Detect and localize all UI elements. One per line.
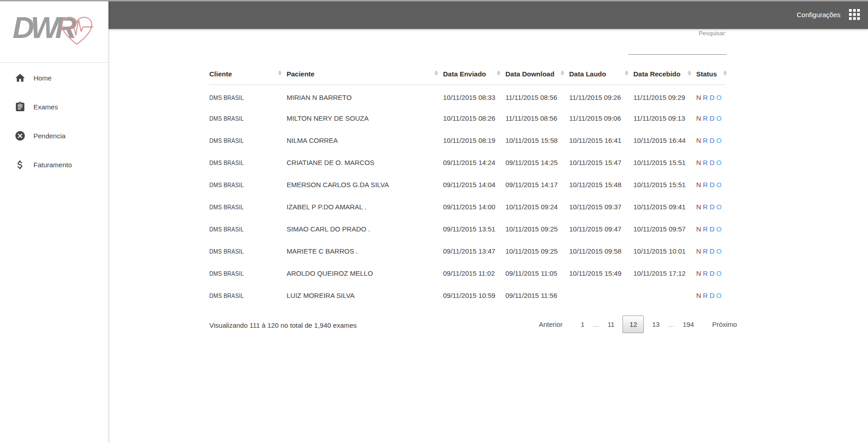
status-letter-n[interactable]: N <box>696 247 701 255</box>
table-row[interactable]: DMS BRASILAROLDO QUEIROZ MELLO09/11/2015… <box>209 262 726 284</box>
status-letter-n[interactable]: N <box>696 225 701 233</box>
pagination-page[interactable]: 11 <box>604 320 619 328</box>
data-recebido-cell: 10/11/2015 15:51 <box>633 151 696 174</box>
status-letter-d[interactable]: D <box>710 94 715 101</box>
data-download-cell: 10/11/2015 09:25 <box>505 240 569 262</box>
data-download-cell: 10/11/2015 15:58 <box>505 129 569 151</box>
status-cell: NRDO <box>696 107 726 129</box>
sidebar-item-home[interactable]: Home <box>0 63 108 92</box>
status-letter-n[interactable]: N <box>696 137 701 144</box>
sidebar-item-faturamento[interactable]: Faturamento <box>0 150 108 179</box>
status-letter-r[interactable]: R <box>703 225 708 233</box>
status-letter-r[interactable]: R <box>703 137 708 144</box>
pagination-page-current[interactable]: 12 <box>623 316 644 333</box>
column-header-cliente[interactable]: Cliente <box>209 65 287 85</box>
status-letter-o[interactable]: O <box>717 94 722 101</box>
status-letter-n[interactable]: N <box>696 114 701 122</box>
status-letter-r[interactable]: R <box>703 181 708 189</box>
status-cell: NRDO <box>696 174 726 196</box>
status-cell: NRDO <box>696 129 726 151</box>
table-row[interactable]: DMS BRASILMIRIAN N BARRETO10/11/2015 08:… <box>209 85 726 107</box>
status-letter-o[interactable]: O <box>717 181 722 189</box>
data-recebido-cell: 10/11/2015 16:44 <box>633 129 696 151</box>
status-letter-d[interactable]: D <box>710 114 715 122</box>
data-enviado-cell: 09/11/2015 14:04 <box>443 174 505 196</box>
status-letter-d[interactable]: D <box>710 292 715 299</box>
pagination-page[interactable]: 13 <box>648 320 664 328</box>
status-letter-r[interactable]: R <box>703 292 708 299</box>
column-header-data-laudo[interactable]: Data Laudo <box>569 65 633 85</box>
status-letter-d[interactable]: D <box>710 181 715 189</box>
table-row[interactable]: DMS BRASILMARIETE C BARROS .09/11/2015 1… <box>209 240 726 262</box>
table-row[interactable]: DMS BRASILCRIATIANE DE O. MARCOS09/11/20… <box>209 151 726 174</box>
pagination-page[interactable]: 194 <box>679 320 698 328</box>
column-header-data-recebido[interactable]: Data Recebido <box>633 65 696 85</box>
status-letter-o[interactable]: O <box>717 247 722 255</box>
status-letter-d[interactable]: D <box>710 269 715 277</box>
status-letter-d[interactable]: D <box>710 159 715 166</box>
column-header-paciente[interactable]: Paciente <box>287 65 443 85</box>
cliente-cell: DMS BRASIL <box>209 240 287 262</box>
table-row[interactable]: DMS BRASILNILMA CORREA10/11/2015 08:1910… <box>209 129 726 151</box>
table-row[interactable]: DMS BRASILSIMAO CARL DO PRADO .09/11/201… <box>209 218 726 240</box>
configuracoes-link[interactable]: Configurações <box>797 11 840 19</box>
status-letter-d[interactable]: D <box>710 225 715 233</box>
status-letter-r[interactable]: R <box>703 114 708 122</box>
status-cell: NRDO <box>696 240 726 262</box>
status-letter-o[interactable]: O <box>717 159 722 166</box>
heart-ekg-icon <box>61 16 93 46</box>
status-letter-n[interactable]: N <box>696 159 701 166</box>
status-letter-n[interactable]: N <box>696 181 701 189</box>
search-label: Pesquisar: <box>628 30 726 37</box>
table-row[interactable]: DMS BRASILEMERSON CARLOS G.DA SILVA09/11… <box>209 174 726 196</box>
sidebar-item-pendencia[interactable]: Pendencia <box>0 121 108 150</box>
column-header-data-download[interactable]: Data Download <box>505 65 569 85</box>
table-row[interactable]: DMS BRASILMILTON NERY DE SOUZA10/11/2015… <box>209 107 726 129</box>
pagination-previous[interactable]: Anterior <box>535 320 567 328</box>
pagination-page[interactable]: 1 <box>577 320 589 328</box>
status-letter-n[interactable]: N <box>696 94 701 101</box>
status-letter-d[interactable]: D <box>710 203 715 211</box>
status-letter-o[interactable]: O <box>717 292 722 299</box>
status-letter-o[interactable]: O <box>717 114 722 122</box>
data-recebido-cell: 10/11/2015 15:51 <box>633 174 696 196</box>
data-enviado-cell: 09/11/2015 14:24 <box>443 151 505 174</box>
status-letter-r[interactable]: R <box>703 203 708 211</box>
status-letter-o[interactable]: O <box>717 137 722 144</box>
status-letter-o[interactable]: O <box>717 203 722 211</box>
status-cell: NRDO <box>696 151 726 174</box>
status-letter-o[interactable]: O <box>717 269 722 277</box>
status-letter-o[interactable]: O <box>717 225 722 233</box>
status-cell: NRDO <box>696 196 726 218</box>
sidebar-item-exames[interactable]: Exames <box>0 92 108 121</box>
home-icon <box>14 72 26 84</box>
status-cell: NRDO <box>696 284 726 306</box>
data-recebido-cell <box>633 284 696 306</box>
table-row[interactable]: DMS BRASILIZABEL P P.DO AMARAL .09/11/20… <box>209 196 726 218</box>
status-letter-n[interactable]: N <box>696 203 701 211</box>
search-input[interactable] <box>628 43 726 55</box>
column-header-data-enviado[interactable]: Data Enviado <box>443 65 505 85</box>
sort-icon <box>278 71 282 77</box>
paciente-cell: MIRIAN N BARRETO <box>287 85 443 107</box>
column-header-status[interactable]: Status <box>696 65 726 85</box>
status-letter-r[interactable]: R <box>703 159 708 166</box>
status-letter-d[interactable]: D <box>710 247 715 255</box>
data-download-cell: 10/11/2015 09:24 <box>505 196 569 218</box>
data-enviado-cell: 09/11/2015 13:47 <box>443 240 505 262</box>
table-row[interactable]: DMS BRASILLUIZ MOREIRA SILVA09/11/2015 1… <box>209 284 726 306</box>
data-enviado-cell: 09/11/2015 14:00 <box>443 196 505 218</box>
status-letter-d[interactable]: D <box>710 137 715 144</box>
sidebar-item-label: Exames <box>33 103 58 111</box>
status-letter-n[interactable]: N <box>696 269 701 277</box>
sort-icon <box>497 71 501 77</box>
pagination-next[interactable]: Próximo <box>708 320 741 328</box>
status-letter-r[interactable]: R <box>703 247 708 255</box>
paciente-cell: CRIATIANE DE O. MARCOS <box>287 151 443 174</box>
apps-grid-icon[interactable] <box>849 9 860 20</box>
status-letter-r[interactable]: R <box>703 269 708 277</box>
data-recebido-cell: 10/11/2015 10:01 <box>633 240 696 262</box>
status-letter-r[interactable]: R <box>703 94 708 101</box>
sidebar-menu: Home Exames Pendencia Faturamento <box>0 63 108 179</box>
status-letter-n[interactable]: N <box>696 292 701 299</box>
